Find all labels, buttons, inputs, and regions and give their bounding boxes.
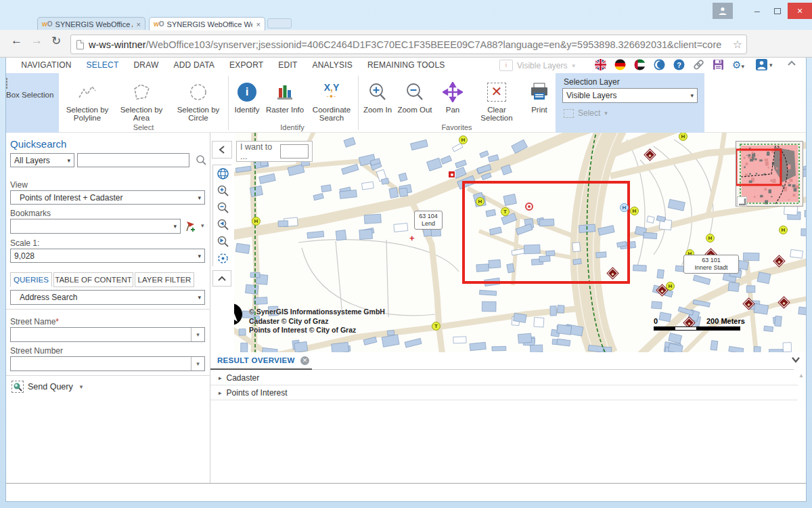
map-zoom-out-button[interactable]	[213, 199, 232, 216]
address-bar[interactable]: w-ws-wintner/WebOffice103/synserver;jses…	[70, 35, 747, 54]
bus-stop-marker[interactable]: H	[666, 282, 675, 291]
quicksearch-input[interactable]	[77, 153, 189, 167]
sidebar-tab-layer-filter[interactable]: LAYER FILTER	[135, 272, 194, 287]
permalink-icon[interactable]	[693, 59, 704, 70]
minimize-button[interactable]: –	[747, 3, 767, 19]
expand-triangle-icon[interactable]: ▸	[219, 389, 222, 396]
bus-stop-marker[interactable]: H	[630, 207, 639, 215]
pan-button[interactable]: Pan	[436, 73, 469, 123]
quicksearch-layer-select[interactable]: All Layers▾	[10, 153, 74, 167]
url-text[interactable]: w-ws-wintner/WebOffice103/synserver;jses…	[89, 39, 730, 50]
bus-stop-marker[interactable]: H	[459, 135, 468, 144]
tram-stop-marker[interactable]: T	[501, 207, 510, 216]
quicksearch-title: Quicksearch	[10, 138, 66, 150]
ribbon-tab-select[interactable]: SELECT	[79, 58, 127, 70]
overview-collapse-button[interactable]	[737, 196, 747, 207]
query-type-select[interactable]: Address Search▾	[10, 290, 205, 305]
clear-selection-button[interactable]: ✕ Clear Selection	[473, 73, 520, 123]
scale-select[interactable]: 9,028▾	[10, 249, 205, 263]
close-button[interactable]: ×	[788, 3, 812, 19]
selection-by-circle-button[interactable]: Selection by Circle	[171, 73, 225, 123]
tab-close-icon[interactable]: ×	[137, 20, 141, 28]
help-icon[interactable]: ?	[673, 59, 685, 70]
save-icon[interactable]	[713, 59, 724, 70]
previous-extent-button[interactable]	[213, 216, 232, 233]
view-label: View	[10, 180, 28, 190]
ribbon-tab-analysis[interactable]: ANALYSIS	[304, 58, 359, 70]
back-button[interactable]: ←	[11, 34, 22, 47]
scrollbar-up-icon[interactable]: ▲	[798, 373, 804, 379]
new-tab-button[interactable]	[267, 18, 292, 28]
search-icon[interactable]	[196, 154, 207, 166]
tab-close-icon[interactable]: ×	[256, 20, 261, 28]
ribbon-tab-draw[interactable]: DRAW	[126, 58, 166, 70]
sidebar-tab-queries[interactable]: QUERIES	[10, 272, 52, 287]
next-extent-button[interactable]	[213, 233, 232, 250]
bus-stop-marker[interactable]: H	[779, 226, 788, 234]
i-want-to-widget[interactable]: I want to ...	[236, 141, 313, 162]
expand-triangle-icon[interactable]: ▸	[219, 375, 222, 381]
coordinate-search-button[interactable]: X,Y-●- Coordinate Search	[307, 73, 357, 123]
pharmacy-cross-marker[interactable]: +	[409, 233, 415, 243]
bus-stop-marker[interactable]: H	[476, 197, 484, 206]
result-close-icon[interactable]: ✕	[300, 356, 309, 365]
ribbon-tab-edit[interactable]: EDIT	[271, 58, 304, 70]
bookmark-menu-caret[interactable]: ▾	[201, 222, 204, 229]
view-select[interactable]: Points of Interest + Cadaster▾	[10, 190, 205, 205]
poi-square-marker[interactable]	[448, 171, 455, 178]
user-account-icon[interactable]: ▾	[756, 59, 779, 70]
result-collapse-icon[interactable]	[791, 356, 800, 364]
ribbon-tab-export[interactable]: EXPORT	[222, 58, 271, 70]
bus-stop-marker[interactable]: H	[706, 234, 715, 242]
zoom-in-button[interactable]: Zoom In	[361, 73, 394, 123]
bookmark-star-icon[interactable]: ☆	[733, 38, 742, 51]
print-button[interactable]: Print	[523, 73, 556, 123]
maximize-button[interactable]	[767, 3, 788, 19]
add-bookmark-icon[interactable]	[184, 219, 198, 233]
language-arabic-icon[interactable]	[634, 59, 646, 70]
bus-stop-marker-blue[interactable]: H	[620, 203, 629, 212]
forward-button[interactable]: →	[31, 34, 43, 47]
street-name-combo[interactable]: ▾	[10, 327, 205, 342]
browser-tab-2[interactable]: wO SYNERGIS WebOffice Web ×	[149, 17, 265, 30]
browser-tab-1[interactable]: wO SYNERGIS WebOffice Adm ×	[37, 17, 145, 30]
map-zoom-in-button[interactable]	[213, 182, 232, 199]
result-row-label: Points of Interest	[227, 388, 288, 398]
ribbon-tab-remaining-tools[interactable]: REMAINING TOOLS	[360, 58, 453, 70]
ribbon-tab-navigation[interactable]: NAVIGATION	[14, 58, 78, 70]
street-number-combo[interactable]: ▾	[10, 356, 205, 371]
tram-stop-marker[interactable]: T	[432, 322, 441, 331]
collapse-sidebar-button[interactable]	[212, 141, 232, 158]
identify-button[interactable]: i Identify	[231, 73, 263, 123]
language-german-icon[interactable]	[614, 59, 626, 70]
select-tool-button[interactable]: Select ▾	[564, 108, 608, 118]
collapse-tools-button[interactable]	[212, 270, 231, 287]
language-english-icon[interactable]	[595, 59, 606, 70]
result-row-points-of-interest[interactable]: ▸Points of Interest	[210, 385, 798, 400]
locate-button[interactable]	[213, 250, 232, 267]
zoom-out-button[interactable]: Zoom Out	[396, 73, 434, 123]
bus-stop-marker[interactable]: H	[252, 217, 261, 226]
night-mode-icon[interactable]	[654, 59, 665, 70]
sidebar-tab-table-of-content[interactable]: TABLE OF CONTENT	[53, 272, 133, 287]
selection-layer-select[interactable]: Visible Layers▾	[562, 88, 698, 103]
map-canvas[interactable]: I want to ... HHHHHHHHHHTT+ 63 104Lend63…	[234, 133, 807, 352]
ribbon-tab-add-data[interactable]: ADD DATA	[166, 58, 223, 70]
i-want-to-input[interactable]	[280, 144, 309, 158]
collapse-ribbon-icon[interactable]	[788, 60, 799, 72]
full-extent-button[interactable]	[213, 165, 232, 182]
send-query-button[interactable]: Send Query ▾	[12, 381, 83, 393]
reload-button[interactable]: ↻	[51, 34, 61, 48]
selection-by-area-button[interactable]: Selection by Area	[114, 73, 168, 123]
raster-info-button[interactable]: Raster Info	[265, 73, 305, 123]
result-row-cadaster[interactable]: ▸Cadaster	[210, 371, 798, 385]
poi-circle-marker[interactable]	[525, 203, 533, 211]
result-overview-tab[interactable]: RESULT OVERVIEW	[217, 356, 295, 364]
box-selection-button[interactable]: Box Selection	[6, 73, 59, 133]
settings-gear-icon[interactable]: ⚙▾	[732, 59, 752, 70]
district-label: 63 101Innere Stadt	[683, 255, 739, 274]
profile-button[interactable]	[713, 3, 733, 19]
bookmarks-select[interactable]: ▾	[10, 219, 181, 234]
overview-map[interactable]	[736, 141, 803, 207]
selection-by-polyline-button[interactable]: Selection by Polyline	[62, 73, 113, 123]
